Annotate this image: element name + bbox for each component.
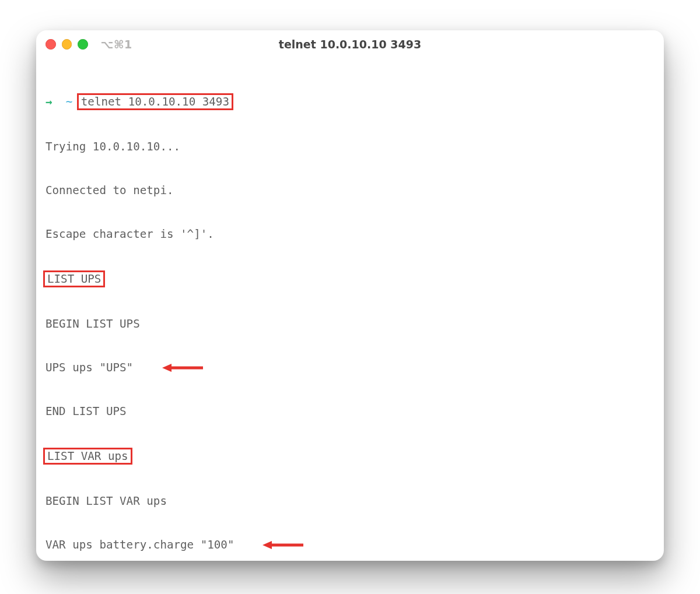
output-line: LIST VAR ups <box>46 448 654 465</box>
prompt-line: → ~ telnet 10.0.10.10 3493 <box>46 93 654 110</box>
output-line: Trying 10.0.10.10... <box>46 139 654 154</box>
window-controls <box>46 39 88 50</box>
list-var-highlight: LIST VAR ups <box>43 448 132 465</box>
arrow-icon <box>162 364 203 372</box>
output-line: UPS ups "UPS" <box>46 360 654 375</box>
prompt-cwd: ~ <box>66 95 73 108</box>
close-icon[interactable] <box>46 39 56 50</box>
minimize-icon[interactable] <box>62 39 72 50</box>
output-line: END LIST UPS <box>46 404 654 419</box>
prompt-arrow-icon: → <box>46 95 52 108</box>
svg-marker-1 <box>162 364 172 372</box>
output-line: BEGIN LIST VAR ups <box>46 494 654 508</box>
tab-shortcut-hint: ⌥⌘1 <box>101 38 132 51</box>
titlebar: ⌥⌘1 telnet 10.0.10.10 3493 <box>36 30 664 58</box>
command-text: telnet 10.0.10.10 3493 <box>81 95 229 108</box>
var-line: VAR ups battery.charge "100" <box>46 538 234 551</box>
output-line: VAR ups battery.charge "100" <box>46 537 654 552</box>
terminal-window: ⌥⌘1 telnet 10.0.10.10 3493 → ~ telnet 10… <box>36 30 664 561</box>
output-line: Escape character is '^]'. <box>46 227 654 241</box>
output-line: Connected to netpi. <box>46 183 654 198</box>
arrow-icon <box>262 541 303 549</box>
output-line: BEGIN LIST UPS <box>46 317 654 331</box>
svg-marker-3 <box>262 541 272 549</box>
ups-entry: UPS ups "UPS" <box>46 361 133 374</box>
list-ups-highlight: LIST UPS <box>43 270 105 287</box>
telnet-command-highlight: telnet 10.0.10.10 3493 <box>77 93 233 110</box>
zoom-icon[interactable] <box>78 39 88 50</box>
output-line: LIST UPS <box>46 270 654 287</box>
terminal-body[interactable]: → ~ telnet 10.0.10.10 3493 Trying 10.0.1… <box>36 58 664 561</box>
